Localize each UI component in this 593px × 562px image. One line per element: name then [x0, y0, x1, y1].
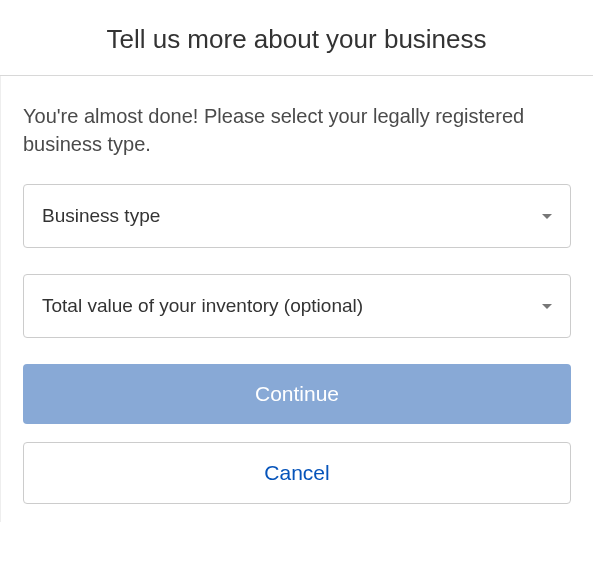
intro-text: You're almost done! Please select your l…: [23, 102, 571, 158]
modal-title: Tell us more about your business: [20, 24, 573, 55]
business-type-label: Business type: [42, 205, 160, 227]
chevron-down-icon: [542, 214, 552, 219]
business-type-dropdown[interactable]: Business type: [23, 184, 571, 248]
modal-header: Tell us more about your business: [0, 0, 593, 76]
business-info-modal: Tell us more about your business You're …: [0, 0, 593, 522]
modal-body: You're almost done! Please select your l…: [0, 76, 593, 522]
inventory-value-dropdown[interactable]: Total value of your inventory (optional): [23, 274, 571, 338]
chevron-down-icon: [542, 304, 552, 309]
cancel-button[interactable]: Cancel: [23, 442, 571, 504]
continue-button[interactable]: Continue: [23, 364, 571, 424]
inventory-value-label: Total value of your inventory (optional): [42, 295, 363, 317]
